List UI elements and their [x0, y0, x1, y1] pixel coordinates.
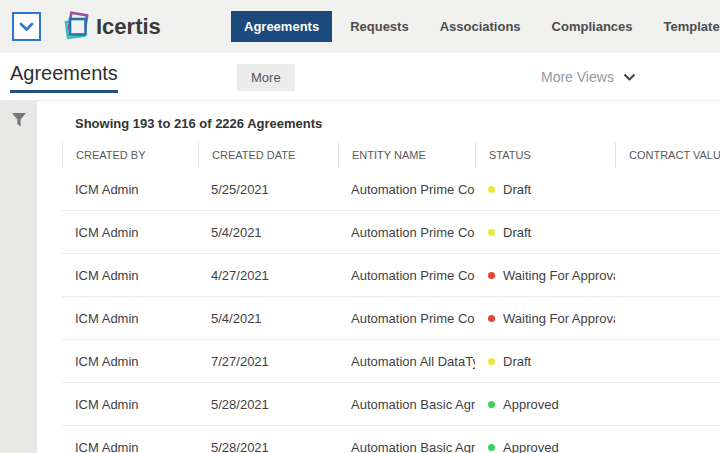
status-label: Draft: [503, 182, 531, 197]
top-bar: Icertis Agreements Requests Associations…: [0, 0, 720, 53]
cell-status: Draft: [475, 168, 615, 210]
results-summary: Showing 193 to 216 of 2226 Agreements: [37, 101, 720, 142]
cell-created-date: 4/27/2021: [198, 254, 338, 296]
cell-contract-value: [615, 168, 720, 210]
cell-entity-name: Automation Basic Agre...: [338, 426, 475, 453]
chevron-down-icon: [19, 22, 34, 32]
status-label: Waiting For Approval: [503, 268, 615, 283]
nav-tab[interactable]: Requests: [337, 11, 422, 42]
chevron-down-icon: [623, 73, 636, 82]
status-label: Approved: [503, 440, 559, 453]
page-title: Agreements: [10, 62, 118, 93]
cell-created-date: 5/25/2021: [198, 168, 338, 210]
cell-status: Approved: [475, 383, 615, 425]
table-row[interactable]: ICM Admin 7/27/2021 Automation All DataT…: [62, 340, 720, 383]
cell-created-by: ICM Admin: [62, 254, 198, 296]
cell-entity-name: Automation All DataTy...: [338, 340, 475, 382]
filter-funnel-icon[interactable]: [11, 112, 27, 128]
status-label: Draft: [503, 354, 531, 369]
table-row[interactable]: ICM Admin 4/27/2021 Automation Prime Con…: [62, 254, 720, 297]
cell-contract-value: [615, 383, 720, 425]
cell-created-date: 5/4/2021: [198, 211, 338, 253]
cell-created-date: 5/28/2021: [198, 383, 338, 425]
cell-status: Draft: [475, 211, 615, 253]
table-row[interactable]: ICM Admin 5/4/2021 Automation Prime Con.…: [62, 211, 720, 254]
column-header[interactable]: CREATED BY: [62, 142, 198, 168]
page-header: Agreements More More Views: [0, 53, 720, 101]
cell-entity-name: Automation Prime Con...: [338, 297, 475, 339]
agreements-panel: Showing 193 to 216 of 2226 Agreements CR…: [37, 101, 720, 453]
column-header[interactable]: ENTITY NAME: [338, 142, 475, 168]
more-views-label: More Views: [541, 69, 614, 85]
logo-text: Icertis: [96, 14, 161, 40]
table-row[interactable]: ICM Admin 5/4/2021 Automation Prime Con.…: [62, 297, 720, 340]
cell-created-date: 7/27/2021: [198, 340, 338, 382]
cell-created-date: 5/4/2021: [198, 297, 338, 339]
status-dot-icon: [488, 444, 495, 451]
status-dot-icon: [488, 401, 495, 408]
status-label: Waiting For Approval: [503, 311, 615, 326]
cell-entity-name: Automation Basic Agre...: [338, 383, 475, 425]
table-header-row: CREATED BY CREATED DATE ENTITY NAME STAT…: [62, 142, 720, 168]
status-dot-icon: [488, 229, 495, 236]
cell-created-by: ICM Admin: [62, 383, 198, 425]
table-row[interactable]: ICM Admin 5/25/2021 Automation Prime Con…: [62, 168, 720, 211]
cell-contract-value: [615, 254, 720, 296]
nav-tab[interactable]: Templates: [651, 11, 720, 42]
column-header[interactable]: CONTRACT VALUE: [615, 142, 720, 168]
cell-status: Approved: [475, 426, 615, 453]
column-header[interactable]: STATUS: [475, 142, 615, 168]
table-row[interactable]: ICM Admin 5/28/2021 Automation Basic Agr…: [62, 426, 720, 453]
table-body: ICM Admin 5/25/2021 Automation Prime Con…: [62, 168, 720, 453]
cell-contract-value: [615, 211, 720, 253]
status-dot-icon: [488, 358, 495, 365]
more-button[interactable]: More: [237, 64, 295, 91]
icertis-logo-squares-icon: [61, 10, 93, 44]
status-dot-icon: [488, 272, 495, 279]
cell-entity-name: Automation Prime Con...: [338, 211, 475, 253]
cell-created-by: ICM Admin: [62, 426, 198, 453]
cell-created-by: ICM Admin: [62, 168, 198, 210]
cell-contract-value: [615, 340, 720, 382]
status-label: Draft: [503, 225, 531, 240]
cell-status: Waiting For Approval: [475, 297, 615, 339]
content-area: Showing 193 to 216 of 2226 Agreements CR…: [0, 101, 720, 453]
main-nav: Agreements Requests Associations Complia…: [231, 0, 720, 53]
cell-contract-value: [615, 426, 720, 453]
cell-entity-name: Automation Prime Con...: [338, 168, 475, 210]
status-dot-icon: [488, 186, 495, 193]
cell-status: Draft: [475, 340, 615, 382]
nav-tab[interactable]: Compliances: [539, 11, 646, 42]
status-label: Approved: [503, 397, 559, 412]
icertis-logo: Icertis: [61, 10, 161, 44]
workspace-dropdown-button[interactable]: [12, 12, 41, 41]
table-row[interactable]: ICM Admin 5/28/2021 Automation Basic Agr…: [62, 383, 720, 426]
nav-tab[interactable]: Agreements: [231, 11, 332, 42]
cell-status: Waiting For Approval: [475, 254, 615, 296]
filter-rail: [0, 101, 37, 453]
column-header[interactable]: CREATED DATE: [198, 142, 338, 168]
cell-created-by: ICM Admin: [62, 211, 198, 253]
nav-tab[interactable]: Associations: [427, 11, 534, 42]
cell-created-date: 5/28/2021: [198, 426, 338, 453]
cell-created-by: ICM Admin: [62, 340, 198, 382]
cell-contract-value: [615, 297, 720, 339]
cell-created-by: ICM Admin: [62, 297, 198, 339]
more-views-dropdown[interactable]: More Views: [541, 69, 636, 85]
agreements-table: CREATED BY CREATED DATE ENTITY NAME STAT…: [62, 142, 720, 453]
status-dot-icon: [488, 315, 495, 322]
cell-entity-name: Automation Prime Con...: [338, 254, 475, 296]
